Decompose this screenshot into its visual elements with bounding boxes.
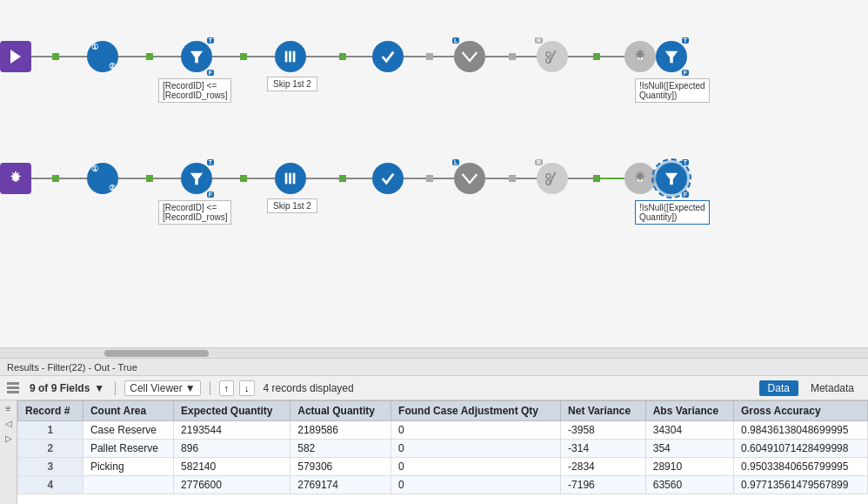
cell-found-case-0: 0: [391, 421, 561, 440]
col-header-found-case: Found Case Adjustment Qty: [391, 401, 561, 421]
data-tab-button[interactable]: Data: [759, 380, 798, 396]
scrollbar-thumb[interactable]: [104, 350, 209, 357]
svg-rect-55: [293, 173, 296, 185]
node-join-1[interactable]: L: [454, 41, 485, 72]
svg-point-57: [546, 174, 551, 178]
svg-rect-45: [289, 51, 291, 63]
cell-viewer-dropdown[interactable]: Cell Viewer ▼: [124, 380, 200, 396]
cell-record-1: 1: [18, 421, 83, 440]
node-input-1[interactable]: [0, 41, 31, 72]
node-sample-1[interactable]: [275, 41, 306, 72]
svg-marker-59: [665, 173, 678, 185]
canvas-area: ① ② T F [RecordID] <=[RecordID_rows] Ski…: [0, 0, 868, 348]
node-formula-2[interactable]: R: [537, 163, 568, 194]
node-check-2[interactable]: [372, 163, 404, 194]
sort-down-button[interactable]: ↓: [239, 380, 255, 396]
sample-1-label: Skip 1st 2: [267, 77, 317, 91]
node-filter-2[interactable]: T F: [656, 41, 687, 72]
svg-rect-28: [240, 175, 247, 182]
svg-rect-31: [339, 175, 346, 182]
svg-rect-40: [593, 175, 600, 182]
svg-rect-1: [52, 53, 59, 60]
cell-actual-qty-3: 2769174: [290, 476, 391, 494]
cell-actual-qty-2: 579306: [290, 458, 391, 476]
cell-abs-variance-3: 63560: [645, 476, 733, 494]
cell-record-3: 3: [18, 458, 83, 476]
node-filter-3[interactable]: T F: [181, 163, 212, 194]
cell-found-case-2: 0: [391, 458, 561, 476]
svg-rect-54: [289, 173, 291, 185]
cell-viewer-label: Cell Viewer: [130, 382, 182, 394]
filter-4-label: !IsNull([ExpectedQuantity]): [635, 200, 710, 225]
svg-rect-10: [339, 53, 346, 60]
node-input-2[interactable]: [0, 163, 31, 194]
col-header-abs-variance: Abs Variance: [645, 401, 733, 421]
svg-rect-22: [52, 175, 59, 182]
table-row: 3 Picking 582140 579306 0 -2834 28910 0.…: [18, 458, 868, 476]
fields-dropdown-icon[interactable]: ▼: [92, 382, 106, 394]
cell-gross-accuracy-1: 0.60491071428499998: [733, 440, 867, 458]
col-header-expected-qty: Expected Quantity: [174, 401, 290, 421]
node-gear-1[interactable]: [624, 41, 656, 72]
svg-marker-43: [190, 51, 203, 63]
toolbar-divider-2: [210, 381, 210, 395]
col-header-gross-accuracy: Gross Accuracy: [733, 401, 867, 421]
svg-rect-53: [285, 173, 288, 185]
table-row: 4 2776600 2769174 0 -7196 63560 0.977135…: [18, 476, 868, 494]
cell-count-area-0: Case Reserve: [83, 421, 173, 440]
toolbar: 9 of 9 Fields ▼ Cell Viewer ▼ ↑ ↓ 4 reco…: [0, 376, 868, 400]
cell-count-area-1: Pallet Reserve: [83, 440, 173, 458]
sidebar-icon-3[interactable]: ▷: [5, 433, 12, 443]
fields-info: 9 of 9 Fields ▼: [30, 382, 106, 394]
node-formula-1[interactable]: R: [537, 41, 568, 72]
horizontal-scrollbar[interactable]: [0, 348, 868, 359]
table-row: 2 Pallet Reserve 896 582 0 -314 354 0.60…: [18, 440, 868, 458]
filter-3-label: [RecordID] <=[RecordID_rows]: [158, 200, 231, 225]
cell-abs-variance-0: 34304: [645, 421, 733, 440]
left-panel-icons: [7, 382, 19, 393]
col-header-actual-qty: Actual Quantity: [290, 401, 391, 421]
results-text: Results - Filter(22) - Out - True: [7, 362, 137, 373]
col-header-record: Record #: [18, 401, 83, 421]
cell-abs-variance-1: 354: [645, 440, 733, 458]
node-check-1[interactable]: [372, 41, 404, 72]
metadata-tab-button[interactable]: Metadata: [804, 380, 861, 396]
svg-point-48: [546, 52, 551, 57]
results-table-container: ≡ ◁ ▷ Record # Count Area Expected Quant…: [0, 400, 868, 504]
records-info: 4 records displayed: [264, 382, 354, 394]
cell-viewer-arrow: ▼: [185, 382, 196, 394]
node-filter-4[interactable]: T F: [656, 163, 687, 194]
cell-actual-qty-1: 582: [290, 440, 391, 458]
svg-marker-50: [665, 51, 678, 63]
cell-count-area-3: [83, 476, 173, 494]
svg-rect-19: [593, 53, 600, 60]
cell-net-variance-1: -314: [561, 440, 646, 458]
sidebar-icon-2[interactable]: ◁: [5, 419, 12, 428]
list-icon[interactable]: [7, 382, 19, 385]
results-table: Record # Count Area Expected Quantity Ac…: [17, 400, 868, 494]
cell-gross-accuracy-0: 0.98436138048699995: [733, 421, 867, 440]
sort-up-button[interactable]: ↑: [219, 380, 235, 396]
svg-marker-42: [10, 50, 21, 64]
svg-rect-34: [426, 175, 433, 182]
cell-net-variance-2: -2834: [561, 458, 646, 476]
cell-expected-qty-1: 896: [174, 440, 290, 458]
cell-gross-accuracy-2: 0.95033840656799995: [733, 458, 867, 476]
fields-label: 9 of 9 Fields: [30, 382, 90, 394]
sample-2-label: Skip 1st 2: [267, 198, 317, 213]
node-sample-2[interactable]: [275, 163, 306, 194]
node-gear-2[interactable]: [624, 163, 656, 194]
cell-expected-qty-2: 582140: [174, 458, 290, 476]
svg-rect-7: [240, 53, 247, 60]
cell-expected-qty-3: 2776600: [174, 476, 290, 494]
svg-rect-4: [146, 53, 153, 60]
node-multirow-1[interactable]: ① ②: [87, 41, 118, 72]
node-join-2[interactable]: L: [454, 163, 485, 194]
node-filter-1[interactable]: T F: [181, 41, 212, 72]
cell-gross-accuracy-3: 0.97713561479567899: [733, 476, 867, 494]
sidebar-icon-1[interactable]: ≡: [6, 404, 11, 413]
svg-rect-44: [285, 51, 288, 63]
toolbar-divider-1: [115, 381, 116, 395]
svg-rect-46: [293, 51, 296, 63]
node-multirow-2[interactable]: ① ②: [87, 163, 118, 194]
